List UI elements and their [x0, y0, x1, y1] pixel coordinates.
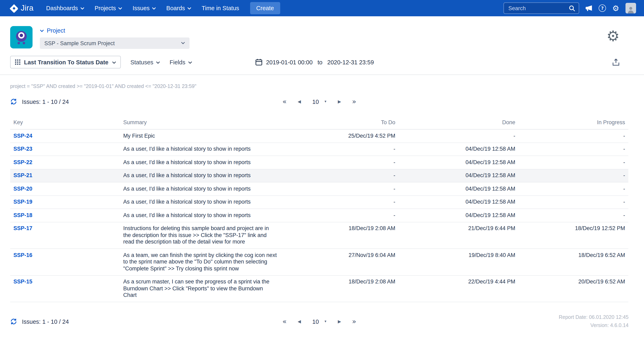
export-button[interactable]: [612, 58, 619, 66]
nav-item-time-in-status[interactable]: Time in Status: [196, 0, 244, 16]
page-size-select[interactable]: 10 ▾: [310, 98, 329, 105]
report-type-label: Last Transition To Status Date: [24, 59, 108, 65]
fields-dropdown[interactable]: Fields: [170, 59, 192, 65]
issue-done-date: 04/Dec/19 12:58 AM: [398, 182, 518, 196]
column-header-inprogress: In Progress: [518, 116, 628, 129]
issue-key-link[interactable]: SSP-19: [14, 199, 32, 205]
jira-logo[interactable]: Jira: [10, 4, 34, 13]
issue-todo-date: -: [280, 182, 398, 196]
pagination-controls: « ◀ 10 ▾ ▶ »: [280, 98, 359, 105]
create-button[interactable]: Create: [250, 2, 280, 14]
page-size-select[interactable]: 10 ▾: [310, 318, 329, 325]
issue-key-link[interactable]: SSP-18: [14, 212, 32, 218]
chevron-down-icon: [188, 7, 191, 10]
refresh-icon[interactable]: [10, 98, 17, 105]
issues-table-body: SSP-24 My First Epic 25/Dec/19 4:52 PM -…: [10, 129, 628, 302]
column-header-summary: Summary: [120, 116, 280, 129]
issue-inprogress-date: -: [518, 196, 628, 209]
table-row: SSP-23 As a user, I'd like a historical …: [10, 142, 628, 156]
issue-inprogress-date: 18/Dec/19 12:52 PM: [518, 222, 628, 249]
issue-done-date: 04/Dec/19 12:58 AM: [398, 169, 518, 182]
issue-key-cell: SSP-17: [10, 222, 120, 249]
issue-todo-date: -: [280, 142, 398, 156]
issue-key-link[interactable]: SSP-15: [14, 279, 32, 285]
search-icon[interactable]: [569, 5, 575, 11]
first-page-icon[interactable]: «: [280, 318, 289, 325]
issue-todo-date: -: [280, 169, 398, 182]
prev-page-icon[interactable]: ◀: [295, 319, 304, 324]
nav-item-boards[interactable]: Boards: [161, 0, 196, 16]
chevron-down-icon: [181, 42, 185, 44]
issue-key-link[interactable]: SSP-17: [14, 225, 32, 231]
last-page-icon[interactable]: »: [350, 318, 359, 325]
issue-key-link[interactable]: SSP-21: [14, 172, 32, 178]
date-range-picker[interactable]: 2019-01-01 00:00 to 2020-12-31 23:59: [256, 59, 374, 66]
issue-todo-date: 18/Dec/19 2:08 AM: [280, 275, 398, 302]
first-page-icon[interactable]: «: [280, 98, 289, 105]
issue-inprogress-date: -: [518, 182, 628, 196]
issue-inprogress-date: -: [518, 156, 628, 169]
issue-done-date: 19/Dec/19 8:40 AM: [398, 249, 518, 275]
project-meta: Project SSP - Sample Scrum Project: [40, 26, 190, 49]
search-box: [504, 3, 579, 14]
nav-item-label: Issues: [132, 5, 150, 12]
settings-gear-icon[interactable]: ⚙: [606, 29, 620, 44]
table-row: SSP-21 As a user, I'd like a historical …: [10, 169, 628, 182]
avatar[interactable]: [625, 3, 636, 14]
help-icon[interactable]: ?: [599, 5, 606, 12]
issue-done-date: 04/Dec/19 12:58 AM: [398, 142, 518, 156]
project-avatar[interactable]: [10, 26, 32, 49]
issue-key-cell: SSP-19: [10, 196, 120, 209]
chevron-down-icon: [188, 61, 192, 64]
last-page-icon[interactable]: »: [350, 98, 359, 105]
grid-icon: [15, 59, 20, 65]
feedback-megaphone-icon[interactable]: [585, 5, 592, 12]
issue-inprogress-date: -: [518, 169, 628, 182]
issue-key-link[interactable]: SSP-20: [14, 186, 32, 192]
issue-key-link[interactable]: SSP-24: [14, 132, 32, 139]
column-header-todo: To Do: [280, 116, 398, 129]
gear-icon[interactable]: ⚙: [612, 4, 619, 12]
breadcrumb[interactable]: Project: [40, 27, 190, 34]
nav-item-issues[interactable]: Issues: [127, 0, 161, 16]
table-row: SSP-19 As a user, I'd like a historical …: [10, 196, 628, 209]
table-row: SSP-16 As a team, we can finish the spri…: [10, 249, 628, 275]
date-from-value: 2019-01-01 00:00: [266, 59, 312, 65]
issue-summary-cell: My First Epic: [120, 129, 280, 142]
issue-todo-date: -: [280, 196, 398, 209]
table-row: SSP-20 As a user, I'd like a historical …: [10, 182, 628, 196]
pagination-controls: « ◀ 10 ▾ ▶ »: [280, 318, 359, 325]
issue-done-date: 21/Dec/19 6:44 PM: [398, 222, 518, 249]
issue-inprogress-date: 18/Dec/19 6:52 AM: [518, 249, 628, 275]
chevron-down-icon: [40, 30, 44, 32]
issue-key-cell: SSP-22: [10, 156, 120, 169]
nav-item-label: Dashboards: [46, 5, 78, 12]
issues-count-label: Issues: 1 - 10 / 24: [22, 98, 69, 105]
issue-inprogress-date: -: [518, 209, 628, 222]
page-size-value: 10: [312, 98, 319, 105]
caret-down-icon: ▾: [324, 320, 326, 323]
search-input[interactable]: [508, 5, 569, 12]
top-navigation: Jira Dashboards Projects Issues Boards T…: [0, 0, 644, 16]
statuses-dropdown[interactable]: Statuses: [130, 59, 160, 65]
next-page-icon[interactable]: ▶: [335, 319, 344, 324]
refresh-icon[interactable]: [10, 318, 17, 325]
prev-page-icon[interactable]: ◀: [295, 100, 304, 104]
issue-key-link[interactable]: SSP-23: [14, 146, 32, 152]
nav-item-projects[interactable]: Projects: [89, 0, 127, 16]
date-separator: to: [318, 59, 322, 65]
issue-key-link[interactable]: SSP-22: [14, 159, 32, 165]
report-type-dropdown[interactable]: Last Transition To Status Date: [10, 56, 120, 68]
issue-todo-date: 27/Nov/19 6:04 AM: [280, 249, 398, 275]
issue-key-link[interactable]: SSP-16: [14, 252, 32, 258]
project-select[interactable]: SSP - Sample Scrum Project: [40, 38, 190, 49]
help-glyph: ?: [601, 6, 604, 10]
issue-summary-cell: As a user, I'd like a historical story t…: [120, 209, 280, 222]
column-header-done: Done: [398, 116, 518, 129]
project-select-value: SSP - Sample Scrum Project: [44, 40, 115, 46]
next-page-icon[interactable]: ▶: [335, 100, 344, 104]
column-header-key: Key: [10, 116, 120, 129]
issue-summary-cell: Instructions for deleting this sample bo…: [120, 222, 280, 249]
export-icon: [612, 58, 619, 66]
nav-item-dashboards[interactable]: Dashboards: [41, 0, 89, 16]
